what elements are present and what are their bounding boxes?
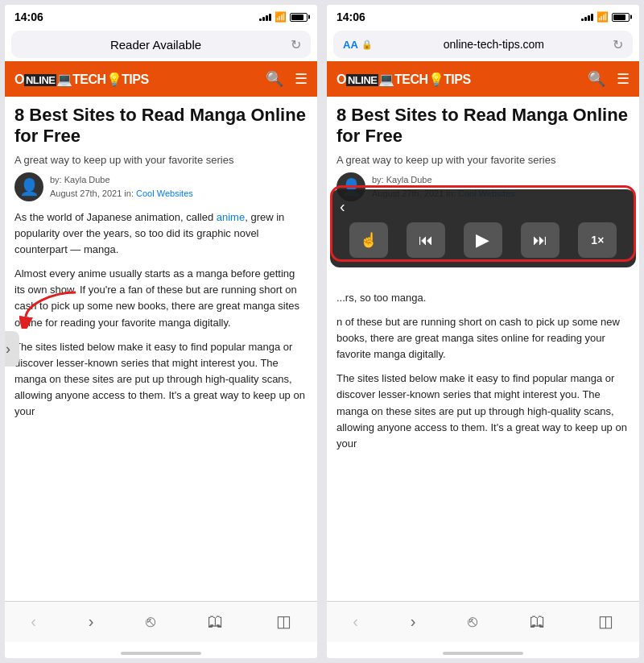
right-prev-icon: ⏮ [419,232,433,249]
left-anime-link[interactable]: anime [217,211,245,223]
right-status-bar: 14:06 📶 [327,5,639,27]
left-article-title: 8 Best Sites to Read Manga Online for Fr… [14,105,308,147]
left-article-category[interactable]: Cool Websites [136,189,193,198]
left-reload-button[interactable]: ↻ [291,37,301,52]
left-article-content: › 8 Best Sites to Read Manga Online for … [5,97,317,601]
right-player-back-button[interactable]: ‹ [340,197,345,216]
right-bottom-toolbar: ‹ › ⎋ 🕮 ◫ [327,601,639,642]
right-player-top-row: ‹ [340,197,626,216]
left-menu-icon[interactable]: ☰ [295,70,308,88]
right-forward-button[interactable]: › [404,609,423,634]
right-status-time: 14:06 [336,10,365,23]
right-article-subtitle: A great way to keep up with your favorit… [336,154,630,166]
left-status-icons: 📶 [259,11,308,23]
right-player-controls: ☝ ⏮ ▶ ⏭ 1× [340,222,626,258]
right-body-para2: n of these but are running short on cash… [336,314,630,363]
right-signal-icon [581,13,593,21]
right-bookmarks-button[interactable]: 🕮 [523,609,552,634]
right-next-icon: ⏭ [533,232,547,249]
right-body-para3: The sites listed below make it easy to f… [336,371,630,452]
right-tabs-button[interactable]: ◫ [592,608,620,634]
left-author-avatar: 👤 [14,172,43,201]
left-tap-hint-button[interactable]: › [5,331,19,367]
left-site-logo: ONLINE💻TECH💡TIPS [14,72,149,87]
right-search-icon[interactable]: 🔍 [588,70,605,88]
left-bookmarks-button[interactable]: 🕮 [201,609,230,634]
right-phone-frame: 14:06 📶 AA 🔒 online-tech-tips.com ↻ [327,5,639,658]
left-signal-icon [259,13,271,21]
left-address-text: Reader Available [21,38,291,52]
right-hand-icon: ☝ [360,231,378,249]
right-site-nav: ONLINE💻TECH💡TIPS 🔍 ☰ [327,61,639,97]
left-home-indicator [5,642,317,658]
left-article-body: As the world of Japanese animation, call… [14,209,308,421]
right-player-play-button[interactable]: ▶ [464,222,502,258]
left-back-button[interactable]: ‹ [24,609,43,634]
right-status-icons: 📶 [581,11,630,23]
left-status-time: 14:06 [14,10,43,23]
left-battery-icon [290,13,308,22]
left-article-date: August 27th, 2021 [50,189,122,198]
left-status-bar: 14:06 📶 [5,5,317,27]
right-wifi-icon: 📶 [597,11,609,23]
right-player-prev-button[interactable]: ⏮ [407,222,445,258]
right-menu-icon[interactable]: ☰ [617,70,630,88]
left-body-para2: Almost every anime usually starts as a m… [14,266,308,331]
left-address-bar[interactable]: Reader Available ↻ [11,31,311,58]
left-tabs-button[interactable]: ◫ [270,608,298,634]
right-player-next-button[interactable]: ⏭ [521,222,559,258]
right-battery-icon [612,13,630,22]
right-domain-text: online-tech-tips.com [375,38,613,51]
left-phone-frame: 14:06 📶 Reader Available ↻ [5,5,317,658]
left-article-subtitle: A great way to keep up with your favorit… [14,154,308,166]
right-player-speed-button[interactable]: 1× [578,222,617,258]
left-site-nav: ONLINE💻TECH💡TIPS 🔍 ☰ [5,61,317,97]
right-reload-button[interactable]: ↻ [613,37,623,52]
right-article-body: ...rs, so too manga. n of these but are … [336,290,630,452]
right-article-title: 8 Best Sites to Read Manga Online for Fr… [336,105,630,147]
left-share-button[interactable]: ⎋ [139,609,162,634]
right-article-content: 8 Best Sites to Read Manga Online for Fr… [327,97,639,601]
right-address-aa[interactable]: AA [343,39,358,51]
left-body-para1: As the world of Japanese animation, call… [14,209,308,258]
right-player-hand-button[interactable]: ☝ [349,222,388,258]
left-search-icon[interactable]: 🔍 [266,70,283,88]
right-author-name: Kayla Dube [386,175,432,184]
right-lock-icon: 🔒 [361,39,373,50]
right-play-icon: ▶ [476,230,489,251]
right-body-para1: ...rs, so too manga. [336,290,630,306]
right-nav-icons: 🔍 ☰ [588,70,630,88]
right-site-logo: ONLINE💻TECH💡TIPS [336,72,471,87]
right-media-player-overlay[interactable]: ‹ ☝ ⏮ ▶ ⏭ 1× [330,189,636,267]
left-author-name: Kayla Dube [64,175,110,184]
left-body-para3: The sites listed below make it easy to f… [14,339,308,421]
left-nav-icons: 🔍 ☰ [266,70,308,88]
right-back-button[interactable]: ‹ [346,609,365,634]
left-wifi-icon: 📶 [275,11,287,23]
right-address-bar[interactable]: AA 🔒 online-tech-tips.com ↻ [333,31,633,58]
left-author-row: 👤 by: Kayla Dube August 27th, 2021 in: C… [14,172,308,201]
left-author-info: by: Kayla Dube August 27th, 2021 in: Coo… [50,173,193,200]
right-home-indicator [327,642,639,658]
left-bottom-toolbar: ‹ › ⎋ 🕮 ◫ [5,601,317,642]
right-share-button[interactable]: ⎋ [461,609,484,634]
left-forward-button[interactable]: › [82,609,101,634]
